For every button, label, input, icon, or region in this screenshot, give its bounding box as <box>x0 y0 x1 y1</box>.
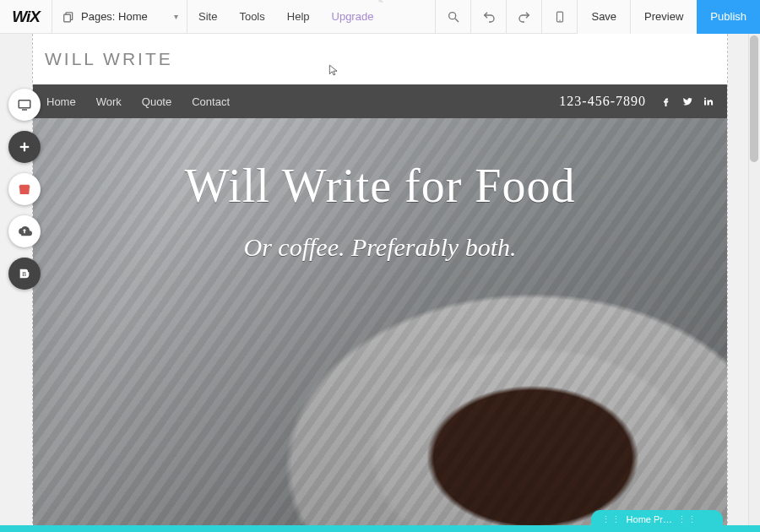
svg-rect-1 <box>64 14 71 22</box>
svg-point-2 <box>449 12 456 19</box>
section-indicator-label: Home Pr… <box>627 514 672 524</box>
editor-tool-icons <box>435 0 577 33</box>
menu-upgrade[interactable]: Upgrade <box>321 10 385 23</box>
zoom-icon[interactable] <box>435 0 470 34</box>
nav-link-home[interactable]: Home <box>46 95 76 108</box>
pages-dropdown[interactable]: Pages: Home ▾ <box>52 0 187 34</box>
redo-icon[interactable] <box>506 0 541 34</box>
svg-line-3 <box>455 19 459 22</box>
hero-section[interactable]: Will Write for Food Or coffee. Preferabl… <box>33 118 727 532</box>
hero-title: Will Write for Food <box>185 159 576 213</box>
blog-button[interactable]: B <box>8 258 41 290</box>
save-button[interactable]: Save <box>577 0 630 34</box>
chevron-down-icon: ▾ <box>174 12 178 21</box>
publish-button[interactable]: Publish <box>697 0 760 34</box>
desktop-view-button[interactable] <box>8 89 41 121</box>
site-header[interactable]: WILL WRITE <box>33 34 727 84</box>
nav-link-quote[interactable]: Quote <box>142 95 171 108</box>
drag-handle-icon[interactable]: ⋮⋮ <box>601 514 622 525</box>
nav-link-work[interactable]: Work <box>96 95 122 108</box>
wix-logo[interactable]: WiX <box>0 0 52 34</box>
pages-icon <box>62 11 74 23</box>
nav-link-contact[interactable]: Contact <box>192 95 230 108</box>
mobile-preview-icon[interactable] <box>541 0 577 34</box>
section-indicator[interactable]: ⋮⋮ Home Pr… ⋮⋮ <box>591 510 723 529</box>
svg-rect-6 <box>19 100 30 108</box>
pages-dropdown-label: Pages: Home <box>81 10 148 23</box>
cursor-icon <box>328 62 339 78</box>
editor-right-buttons: Save Preview Publish <box>577 0 760 33</box>
editor-canvas-area: WILL WRITE Home Work Quote Contact 123-4… <box>0 34 760 532</box>
scrollbar-thumb[interactable] <box>750 35 758 162</box>
add-element-button[interactable] <box>8 131 41 163</box>
app-market-button[interactable] <box>8 173 41 205</box>
hero-tagline: Or coffee. Preferably both. <box>244 233 517 262</box>
social-icons <box>661 96 714 106</box>
editor-top-bar: WiX Pages: Home ▾ Site Tools Help Upgrad… <box>0 0 760 34</box>
svg-text:B: B <box>22 270 26 278</box>
vertical-scrollbar[interactable] <box>748 34 760 532</box>
drag-handle-icon[interactable]: ⋮⋮ <box>677 514 698 525</box>
undo-icon[interactable] <box>470 0 506 34</box>
preview-button[interactable]: Preview <box>630 0 697 34</box>
page-canvas[interactable]: WILL WRITE Home Work Quote Contact 123-4… <box>32 34 728 532</box>
nav-phone: 123-456-7890 <box>559 94 646 109</box>
editor-side-toolbar: B <box>8 89 41 290</box>
linkedin-icon[interactable] <box>703 96 714 106</box>
menu-help[interactable]: Help <box>276 10 321 23</box>
editor-menubar: Site Tools Help Upgrade <box>187 0 384 33</box>
facebook-icon[interactable] <box>661 96 671 106</box>
twitter-icon[interactable] <box>681 96 693 106</box>
menu-site[interactable]: Site <box>187 10 228 23</box>
uploads-button[interactable] <box>8 215 41 247</box>
site-nav-bar[interactable]: Home Work Quote Contact 123-456-7890 <box>33 84 727 118</box>
menu-tools[interactable]: Tools <box>228 10 275 23</box>
site-title: WILL WRITE <box>45 49 173 69</box>
